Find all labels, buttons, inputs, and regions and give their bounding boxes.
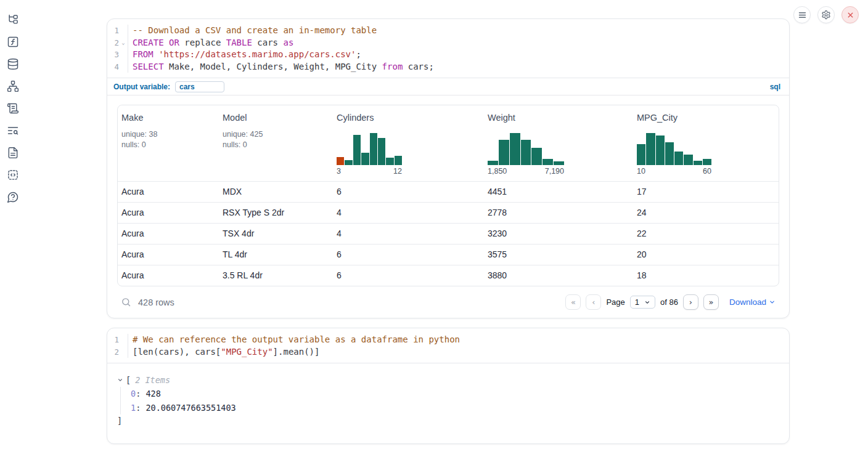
mpg-city-histogram[interactable]: 10 60 <box>637 133 775 176</box>
histogram-bar <box>378 138 385 165</box>
histogram-bar <box>694 161 702 165</box>
table-cell: MDX <box>219 182 333 202</box>
prev-page-button[interactable]: ‹ <box>586 294 601 310</box>
sql-code-editor[interactable]: 1-- Download a CSV and create an in-memo… <box>107 19 789 78</box>
table-row[interactable]: AcuraRSX Type S 2dr4277824 <box>118 202 779 223</box>
collapse-toggle-icon[interactable] <box>117 377 123 383</box>
histogram-bar <box>510 133 520 165</box>
sql-cell: 1-- Download a CSV and create an in-memo… <box>107 18 790 318</box>
data-table: Make unique: 38 nulls: 0 Model unique: 4… <box>117 105 779 286</box>
next-page-button[interactable]: › <box>683 294 698 310</box>
python-cell-output: [ 2 Items 0: 4281: 20.060747663551403 ] <box>107 363 789 443</box>
table-footer: 428 rows « ‹ Page 1 of 86 › » <box>117 286 779 312</box>
cylinders-histogram[interactable]: 3 12 <box>337 133 480 176</box>
search-icon[interactable] <box>121 297 131 307</box>
column-header-model: Model unique: 425 nulls: 0 <box>219 105 333 181</box>
code-line: 3FROM 'https://datasets.marimo.app/cars.… <box>107 49 789 61</box>
histogram-max-label: 7,190 <box>545 167 564 176</box>
histogram-bar <box>542 159 553 165</box>
close-bracket: ] <box>117 415 779 427</box>
table-cell: 3230 <box>484 224 633 244</box>
page-of-label: of 86 <box>660 297 678 307</box>
table-cell: 4 <box>333 224 484 244</box>
close-icon <box>846 11 854 19</box>
fold-chevron-icon[interactable]: ⌄ <box>119 39 128 46</box>
code-line: 2[len(cars), cars["MPG_City"].mean()] <box>107 346 789 358</box>
table-cell: 17 <box>633 182 779 202</box>
histogram-bar <box>637 144 645 165</box>
tree-root: [ 2 Items <box>117 373 779 387</box>
open-bracket: [ <box>126 373 131 387</box>
file-tree-icon[interactable] <box>6 12 20 27</box>
chevron-down-icon <box>644 299 650 305</box>
table-cell: 18 <box>633 265 779 286</box>
line-number-gutter: 1 <box>107 334 128 346</box>
table-cell: Acura <box>118 224 219 244</box>
help-icon[interactable] <box>6 190 20 204</box>
gear-icon <box>821 10 831 20</box>
first-page-button[interactable]: « <box>565 294 581 310</box>
output-variable-input[interactable] <box>175 81 224 92</box>
histogram-min-label: 10 <box>637 167 645 176</box>
table-cell: 4 <box>333 203 484 223</box>
table-cell: 6 <box>333 245 484 265</box>
notebook-area: 1-- Download a CSV and create an in-memo… <box>107 0 790 444</box>
chevron-down-icon <box>769 299 776 305</box>
datasources-icon[interactable] <box>6 57 20 71</box>
page-select[interactable]: 1 <box>630 296 655 309</box>
table-cell: 22 <box>633 224 779 244</box>
line-number-gutter: 4 <box>107 61 128 73</box>
table-cell: 2778 <box>484 203 633 223</box>
column-name[interactable]: Cylinders <box>337 113 480 123</box>
table-cell: 6 <box>333 182 484 202</box>
histogram-bar <box>337 157 344 165</box>
histogram-bar <box>386 158 393 165</box>
menu-button[interactable] <box>793 6 811 23</box>
histogram-bar <box>521 140 531 165</box>
line-number-gutter: 2 <box>107 346 128 358</box>
table-cell: 3575 <box>484 245 633 265</box>
last-page-button[interactable]: » <box>703 294 719 310</box>
notebook-actions <box>793 6 859 23</box>
snippets-icon[interactable] <box>6 168 20 182</box>
table-row[interactable]: AcuraTL 4dr6357520 <box>118 244 779 265</box>
table-row[interactable]: AcuraTSX 4dr4323022 <box>118 223 779 244</box>
functions-icon[interactable] <box>6 34 20 49</box>
histogram-max-label: 12 <box>393 167 402 176</box>
column-name[interactable]: Weight <box>488 113 629 123</box>
settings-button[interactable] <box>817 6 835 23</box>
column-name[interactable]: MPG_City <box>637 113 775 123</box>
histogram-bar <box>646 133 655 165</box>
download-button[interactable]: Download <box>729 297 776 307</box>
histogram-bar <box>656 136 665 165</box>
histogram-bar <box>353 135 361 165</box>
table-row[interactable]: Acura3.5 RL 4dr6388018 <box>118 265 779 286</box>
scratchpad-icon[interactable] <box>6 101 20 116</box>
line-number-gutter: 3 <box>107 49 128 61</box>
column-name[interactable]: Make <box>121 113 215 123</box>
histogram-min-label: 3 <box>337 167 341 176</box>
table-cell: 24 <box>633 203 779 223</box>
histogram-bar <box>684 155 692 165</box>
table-cell: 6 <box>333 265 484 286</box>
python-code-editor[interactable]: 1# We can reference the output variable … <box>107 328 789 363</box>
hamburger-icon <box>798 10 807 20</box>
code-line: 2⌄CREATE OR replace TABLE cars as <box>107 37 789 49</box>
shutdown-button[interactable] <box>841 6 859 23</box>
dependency-graph-icon[interactable] <box>6 79 20 94</box>
histogram-bar <box>395 156 402 165</box>
logs-search-icon[interactable] <box>6 123 20 138</box>
code-line: 1-- Download a CSV and create an in-memo… <box>107 25 789 37</box>
line-number-gutter: 2⌄ <box>107 37 128 49</box>
page-label: Page <box>606 297 624 307</box>
histogram-bar <box>674 152 683 165</box>
weight-histogram[interactable]: 1,850 7,190 <box>488 133 629 176</box>
documentation-icon[interactable] <box>6 145 20 160</box>
table-header-row: Make unique: 38 nulls: 0 Model unique: 4… <box>118 105 779 181</box>
column-stats: unique: 38 nulls: 0 <box>121 129 215 150</box>
column-name[interactable]: Model <box>223 113 329 123</box>
table-cell: Acura <box>118 265 219 286</box>
table-cell: TSX 4dr <box>219 224 333 244</box>
table-row[interactable]: AcuraMDX6445117 <box>118 181 779 202</box>
table-body: AcuraMDX6445117AcuraRSX Type S 2dr427782… <box>118 181 779 286</box>
